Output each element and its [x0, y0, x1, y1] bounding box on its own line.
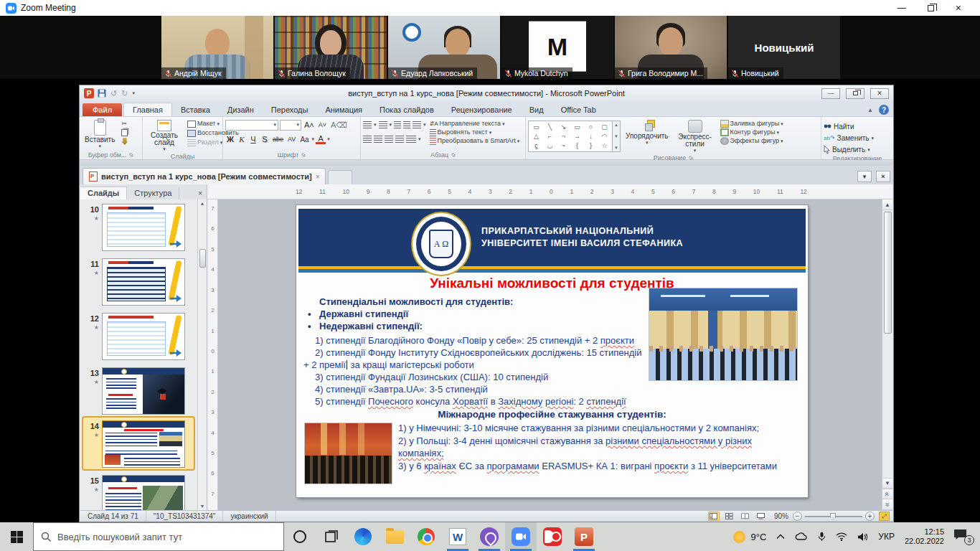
theme-name[interactable]: "10_TS103431374"	[146, 511, 224, 522]
shape-effects-button[interactable]: Эффекты фигур▾	[719, 137, 785, 145]
dialog-launcher-icon[interactable]	[301, 153, 306, 157]
previous-slide-button[interactable]: «	[882, 489, 892, 499]
slide-thumbnail-row[interactable]: 13★	[83, 367, 185, 415]
increase-indent-icon[interactable]	[403, 121, 410, 128]
keyboard-language[interactable]: УКР	[878, 532, 895, 542]
save-icon[interactable]	[98, 89, 106, 98]
zoom-level[interactable]: 90%	[774, 512, 788, 520]
slide-14[interactable]: А Ω ПРИКАРПАТСЬКИЙ НАЦІОНАЛЬНИЙ УНІВЕРСИ…	[296, 205, 808, 497]
participant-tile-halyna[interactable]: Галина Волощук	[275, 16, 387, 79]
reading-view-button[interactable]	[740, 512, 751, 521]
align-center-icon[interactable]	[374, 136, 382, 143]
tab-animations[interactable]: Анимация	[316, 103, 371, 116]
zoom-out-button[interactable]: −	[793, 512, 802, 521]
document-tab-close-icon[interactable]: ×	[316, 173, 320, 181]
quick-access-dropdown-icon[interactable]: ▾	[132, 91, 135, 95]
cut-icon[interactable]: ✂	[120, 120, 129, 128]
bullets-icon[interactable]	[363, 121, 372, 128]
microphone-tray-icon[interactable]	[818, 532, 826, 542]
zoom-maximize-button[interactable]	[928, 5, 934, 11]
slide-editor-canvas[interactable]: А Ω ПРИКАРПАТСЬКИЙ НАЦІОНАЛЬНИЙ УНІВЕРСИ…	[218, 199, 882, 510]
participant-tile-hryha[interactable]: Грига Володимир М...	[615, 16, 727, 79]
find-button[interactable]: Найти	[824, 121, 891, 132]
tab-slides-panel[interactable]: Слайды	[80, 187, 127, 199]
file-explorer-taskbar-icon[interactable]	[379, 522, 410, 551]
viber-taskbar-icon[interactable]	[473, 522, 505, 551]
font-color-button[interactable]: А	[316, 135, 326, 144]
clock[interactable]: 12:15 22.02.2022	[905, 527, 944, 546]
new-document-tab-stub[interactable]	[328, 170, 352, 184]
slide-sorter-view-button[interactable]	[724, 512, 735, 521]
panel-close-icon[interactable]: ×	[194, 189, 207, 199]
tab-review[interactable]: Рецензирование	[443, 103, 521, 116]
new-slide-button[interactable]: Создать слайд▾	[145, 118, 184, 153]
clear-formatting-icon[interactable]: A⌫	[329, 120, 349, 131]
internship-items[interactable]: 1) у Німеччині: 3-10 місячне стажування …	[398, 422, 798, 472]
tab-office-tab[interactable]: Office Tab	[552, 103, 605, 116]
justify-icon[interactable]	[395, 136, 404, 143]
vertical-ruler[interactable]: 765432101234567	[208, 199, 218, 510]
tab-file[interactable]: Файл	[83, 103, 122, 116]
dialog-launcher-icon[interactable]	[451, 153, 456, 157]
format-painter-icon[interactable]	[120, 138, 129, 145]
shape-outline-button[interactable]: Контур фигуры▾	[719, 128, 785, 136]
slide-counter[interactable]: Слайд 14 из 71	[80, 511, 146, 522]
shape-fill-button[interactable]: Заливка фигуры▾	[719, 120, 785, 128]
zoom-close-button[interactable]: ×	[956, 4, 961, 12]
zoom-slider[interactable]	[805, 516, 862, 517]
panel-scroll-thumb[interactable]	[199, 249, 206, 268]
slide-thumbnail-row[interactable]: 11★	[83, 258, 185, 306]
zoom-minimize-button[interactable]: —	[897, 4, 906, 12]
slide-thumbnail-row-selected[interactable]: 14★	[83, 420, 185, 468]
panel-scroll-down-icon[interactable]: ▼	[200, 504, 205, 509]
powerpoint-taskbar-icon[interactable]: P	[568, 522, 600, 551]
line-spacing-icon[interactable]	[413, 121, 421, 128]
slideshow-view-button[interactable]	[755, 512, 767, 521]
participant-tile-eduard-active-speaker[interactable]: Едуард Лапковський	[388, 16, 500, 79]
weather-widget[interactable]: 9°C	[733, 531, 766, 543]
character-spacing-button[interactable]: AV	[286, 134, 297, 145]
panel-scrollbar[interactable]: ▲ ▼	[197, 199, 207, 510]
start-button[interactable]	[0, 522, 33, 551]
text-shadow-button[interactable]: S	[260, 134, 270, 145]
ppt-restore-button[interactable]	[846, 88, 864, 99]
tab-bar-close-icon[interactable]: ×	[876, 171, 890, 182]
taskbar-search[interactable]: Введіть пошуковий запит тут	[33, 522, 284, 551]
copy-icon[interactable]	[120, 129, 129, 136]
tab-outline-panel[interactable]: Структура	[127, 187, 179, 199]
tab-design[interactable]: Дизайн	[219, 103, 263, 116]
align-text-button[interactable]: Выровнять текст▾	[428, 128, 522, 136]
scholarships-block[interactable]: Стипендіальні можливості для студентів: …	[303, 296, 646, 408]
participant-tile-novytskyi[interactable]: Новицький Новицький	[728, 16, 840, 79]
underline-button[interactable]: Ч	[248, 134, 258, 145]
participant-tile-mykola[interactable]: M Mykola Dutchyn	[501, 16, 613, 79]
fit-slide-to-window-button[interactable]: ⤢	[879, 512, 890, 521]
decrease-indent-icon[interactable]	[394, 121, 401, 128]
help-icon[interactable]: ?	[879, 105, 889, 115]
zoom-in-button[interactable]: +	[865, 512, 875, 521]
slide-thumbnail-row[interactable]: 12★	[83, 313, 185, 360]
replace-button[interactable]: ab↷ Заменить▾	[824, 133, 891, 143]
slide-thumbnail-row[interactable]: 15★	[83, 475, 185, 510]
volume-icon[interactable]	[857, 532, 868, 542]
cortana-button[interactable]	[284, 522, 316, 551]
dialog-launcher-icon[interactable]	[129, 153, 133, 157]
font-name-select[interactable]: ▾	[225, 120, 278, 131]
columns-icon[interactable]	[406, 136, 416, 143]
font-size-select[interactable]: ▾	[280, 120, 301, 131]
tab-insert[interactable]: Вставка	[172, 103, 219, 116]
document-tab[interactable]: виступ_вступ на 1 курс_нова [Режим совме…	[83, 168, 326, 184]
language-indicator[interactable]: украинский	[223, 511, 275, 522]
tray-chevron-icon[interactable]	[776, 534, 785, 540]
grow-font-icon[interactable]: A˄	[303, 120, 316, 131]
shapes-palette[interactable]: ▭╲↘▭○▢△⌐¬→↓◠ϛ◡~{}☆	[528, 121, 613, 152]
participant-tile-andrii[interactable]: Андрій Міщук	[161, 16, 273, 79]
shapes-scroll[interactable]: ▲▼▼	[613, 121, 621, 152]
onedrive-icon[interactable]	[795, 532, 808, 541]
tab-home[interactable]: Главная	[123, 103, 172, 116]
word-taskbar-icon[interactable]: W	[442, 522, 473, 551]
shrink-font-icon[interactable]: A˅	[317, 120, 328, 131]
arrange-button[interactable]: Упорядочить▾	[623, 118, 672, 146]
tab-slideshow[interactable]: Показ слайдов	[371, 103, 443, 116]
strikethrough-button[interactable]: abe	[271, 134, 285, 145]
